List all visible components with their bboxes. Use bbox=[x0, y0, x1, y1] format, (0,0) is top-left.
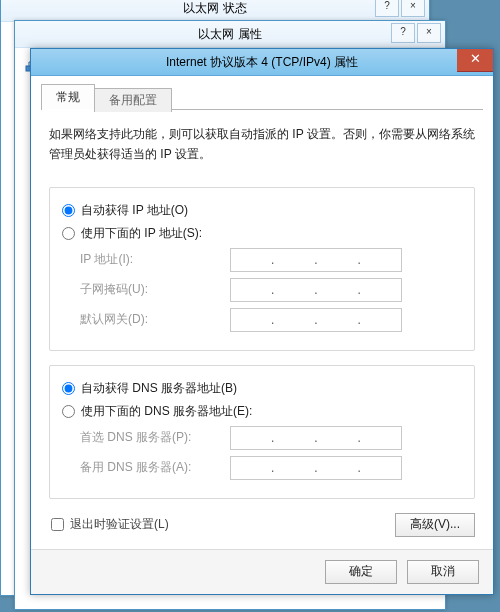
validate-on-exit-checkbox[interactable]: 退出时验证设置(L) bbox=[49, 516, 169, 533]
bgwin2-help-button[interactable]: ? bbox=[391, 23, 415, 43]
radio-obtain-ip-auto-input[interactable] bbox=[62, 204, 75, 217]
tab-general[interactable]: 常规 bbox=[41, 84, 95, 110]
bgwin1-close-button[interactable]: × bbox=[401, 0, 425, 17]
radio-obtain-dns-auto[interactable]: 自动获得 DNS 服务器地址(B) bbox=[62, 380, 462, 397]
validate-on-exit-input[interactable] bbox=[51, 518, 64, 531]
radio-obtain-ip-auto-label: 自动获得 IP 地址(O) bbox=[81, 202, 188, 219]
radio-obtain-dns-auto-label: 自动获得 DNS 服务器地址(B) bbox=[81, 380, 237, 397]
alternate-dns-input[interactable]: . . . bbox=[230, 456, 402, 480]
close-icon: ✕ bbox=[470, 51, 481, 66]
dialog-titlebar[interactable]: Internet 协议版本 4 (TCP/IPv4) 属性 ✕ bbox=[31, 49, 493, 76]
dialog-title: Internet 协议版本 4 (TCP/IPv4) 属性 bbox=[166, 54, 358, 71]
ip-address-input[interactable]: . . . bbox=[230, 248, 402, 272]
advanced-button[interactable]: 高级(V)... bbox=[395, 513, 475, 537]
ip-settings-group: 自动获得 IP 地址(O) 使用下面的 IP 地址(S): IP 地址(I): … bbox=[49, 187, 475, 351]
ipv4-properties-dialog: Internet 协议版本 4 (TCP/IPv4) 属性 ✕ 常规 备用配置 … bbox=[30, 48, 494, 595]
radio-use-ip-label: 使用下面的 IP 地址(S): bbox=[81, 225, 202, 242]
radio-use-dns[interactable]: 使用下面的 DNS 服务器地址(E): bbox=[62, 403, 462, 420]
dialog-footer: 确定 取消 bbox=[31, 549, 493, 594]
ok-button[interactable]: 确定 bbox=[325, 560, 397, 584]
preferred-dns-input[interactable]: . . . bbox=[230, 426, 402, 450]
subnet-mask-label: 子网掩码(U): bbox=[80, 281, 230, 298]
ip-address-label: IP 地址(I): bbox=[80, 251, 230, 268]
radio-use-dns-input[interactable] bbox=[62, 405, 75, 418]
tab-alternate-config[interactable]: 备用配置 bbox=[94, 88, 172, 112]
bgwin2-title: 以太网 属性 bbox=[198, 26, 261, 43]
default-gateway-label: 默认网关(D): bbox=[80, 311, 230, 328]
validate-on-exit-label: 退出时验证设置(L) bbox=[70, 516, 169, 533]
radio-use-ip-input[interactable] bbox=[62, 227, 75, 240]
radio-obtain-ip-auto[interactable]: 自动获得 IP 地址(O) bbox=[62, 202, 462, 219]
bgwin1-title: 以太网 状态 bbox=[183, 0, 246, 17]
radio-use-ip[interactable]: 使用下面的 IP 地址(S): bbox=[62, 225, 462, 242]
alternate-dns-label: 备用 DNS 服务器(A): bbox=[80, 459, 230, 476]
preferred-dns-label: 首选 DNS 服务器(P): bbox=[80, 429, 230, 446]
radio-obtain-dns-auto-input[interactable] bbox=[62, 382, 75, 395]
default-gateway-input[interactable]: . . . bbox=[230, 308, 402, 332]
radio-use-dns-label: 使用下面的 DNS 服务器地址(E): bbox=[81, 403, 252, 420]
cancel-button[interactable]: 取消 bbox=[407, 560, 479, 584]
bgwin1-help-button[interactable]: ? bbox=[375, 0, 399, 17]
bgwin2-close-button[interactable]: × bbox=[417, 23, 441, 43]
close-button[interactable]: ✕ bbox=[457, 49, 493, 72]
description-text: 如果网络支持此功能，则可以获取自动指派的 IP 设置。否则，你需要从网络系统管理… bbox=[49, 124, 475, 165]
subnet-mask-input[interactable]: . . . bbox=[230, 278, 402, 302]
dns-settings-group: 自动获得 DNS 服务器地址(B) 使用下面的 DNS 服务器地址(E): 首选… bbox=[49, 365, 475, 499]
